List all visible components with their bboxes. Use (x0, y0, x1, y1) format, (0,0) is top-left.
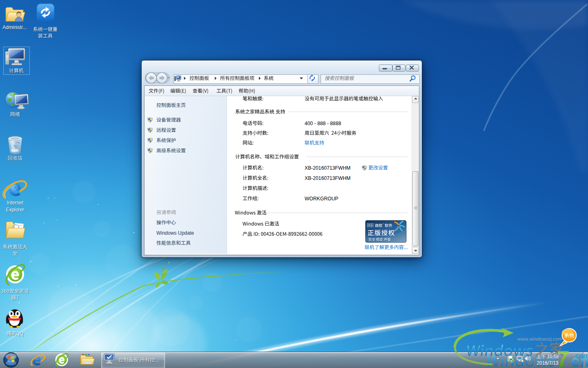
svg-text:Explorer: Explorer (6, 207, 24, 213)
svg-text:Administr...: Administr... (2, 25, 27, 30)
svg-text:Windows Update: Windows Update (156, 230, 194, 236)
svg-text:TM: TM (406, 228, 409, 230)
svg-text:Internet: Internet (7, 200, 24, 206)
svg-text:XB-20160713FWHM: XB-20160713FWHM (305, 175, 350, 181)
svg-text:XB-20160713FWHM: XB-20160713FWHM (305, 165, 350, 171)
svg-text:2016/7/13: 2016/7/13 (537, 360, 559, 366)
svg-text:WORKGROUP: WORKGROUP (305, 196, 339, 202)
svg-text:400 - 888 - 8888: 400 - 888 - 8888 (305, 121, 341, 126)
